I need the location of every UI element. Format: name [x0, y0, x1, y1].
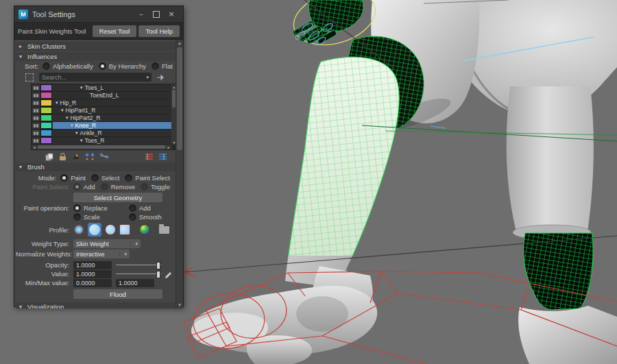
normalize-weights-dropdown[interactable]: Interactive ▾ [73, 250, 130, 258]
flood-button[interactable]: Flood [73, 289, 162, 299]
influence-list[interactable]: ▾Toes_L ToesEnd_L ▾Hip_R ▾HipPart1_R [31, 84, 178, 150]
expand-arrow-icon[interactable]: ▾ [19, 304, 27, 308]
filter-icon[interactable] [156, 74, 165, 81]
radio-mode-select[interactable] [91, 174, 99, 182]
collapse-arrow-icon[interactable]: ▸ [19, 43, 27, 49]
radio-op-scale[interactable] [73, 213, 81, 221]
brush-profile-soft-icon[interactable] [73, 224, 84, 235]
tool-help-button[interactable]: Tool Help [138, 25, 180, 37]
scroll-right-icon[interactable]: ▸ [166, 145, 171, 149]
radio-label[interactable]: Select [101, 174, 119, 182]
row-lock-icon[interactable] [32, 85, 40, 90]
marquee-select-icon[interactable] [25, 73, 34, 82]
browse-profile-folder-icon[interactable] [159, 226, 169, 234]
value-field[interactable]: 1.0000 [73, 270, 112, 278]
tree-expand-icon[interactable]: ▾ [66, 115, 69, 121]
brush-profile-solid-selected[interactable] [88, 223, 101, 236]
pencil-icon[interactable] [164, 270, 172, 278]
radio-label[interactable]: Add [139, 204, 151, 212]
value-slider[interactable] [116, 270, 161, 278]
influence-row-selected[interactable]: ▾Knee_R [32, 122, 171, 130]
tree-expand-icon[interactable]: ▾ [80, 138, 83, 143]
radio-label[interactable]: Replace [84, 204, 123, 212]
row-lock-icon[interactable] [32, 100, 40, 106]
opacity-slider[interactable] [116, 261, 161, 269]
slider-handle[interactable] [156, 262, 160, 269]
scrollbar-thumb[interactable] [177, 47, 182, 150]
influence-row[interactable]: ▾Hip_R [32, 99, 171, 107]
search-input[interactable] [42, 74, 144, 81]
radio-sort-alphabetically[interactable] [43, 62, 50, 70]
weight-type-dropdown[interactable]: Skin Weight ▾ [73, 239, 141, 248]
brush-profile-square-icon[interactable] [119, 224, 130, 235]
joint-pair-icon[interactable] [85, 153, 95, 160]
joint-chain-icon[interactable] [99, 153, 109, 160]
influence-row[interactable]: ▾Ankle_R [32, 130, 171, 137]
influence-row[interactable]: ▾Toes_L [32, 84, 171, 92]
radio-mode-paint[interactable] [60, 174, 68, 182]
section-skin-clusters[interactable]: ▸ Skin Clusters [16, 42, 176, 51]
radio-label[interactable]: Flat [162, 62, 173, 70]
maximize-button[interactable] [149, 9, 164, 19]
section-visualization[interactable]: ▾ Visualization [16, 302, 176, 308]
row-lock-icon[interactable] [32, 130, 40, 136]
expand-arrow-icon[interactable]: ▾ [19, 164, 27, 170]
radio-op-add[interactable] [129, 204, 136, 212]
tree-expand-icon[interactable]: ▾ [80, 85, 83, 90]
expand-arrow-icon[interactable]: ▾ [19, 53, 27, 60]
slider-handle[interactable] [156, 271, 160, 278]
radio-label[interactable]: Smooth [139, 213, 162, 221]
radio-label[interactable]: Alphabetically [53, 62, 93, 70]
radio-sort-by-hierarchy[interactable] [99, 62, 106, 70]
list-horizontal-scrollbar[interactable]: ◂ ▸ [32, 145, 171, 149]
panel-scrollbar[interactable]: ▴ ▾ [176, 40, 183, 308]
influence-row[interactable]: ▾HipPart1_R [32, 107, 171, 114]
scrollbar-thumb[interactable] [38, 145, 165, 149]
radio-label[interactable]: By Hierarchy [109, 62, 146, 70]
radio-op-smooth[interactable] [129, 213, 136, 221]
row-lock-icon[interactable] [32, 93, 40, 98]
row-lock-icon[interactable] [32, 123, 40, 128]
radio-op-replace[interactable] [73, 204, 81, 212]
min-value-field[interactable]: 0.0000 [73, 279, 112, 287]
radio-mode-paint-select[interactable] [125, 174, 132, 182]
paint-weights-icon[interactable] [71, 153, 80, 160]
radio-sort-flat[interactable] [152, 62, 159, 70]
section-brush[interactable]: ▾ Brush [16, 162, 176, 171]
influence-row[interactable]: ▾HipPart2_R [32, 114, 171, 122]
copy-weights-icon[interactable] [45, 153, 54, 161]
scroll-down-icon[interactable]: ▾ [176, 302, 183, 308]
lock-weights-icon[interactable] [59, 153, 66, 161]
radio-label[interactable]: Paint Select [135, 174, 170, 182]
search-dropdown-icon[interactable]: ▾ [146, 75, 149, 80]
ramp-icon-blue[interactable] [158, 153, 167, 160]
scroll-up-icon[interactable]: ▴ [176, 40, 183, 47]
radio-label[interactable]: Paint [71, 174, 86, 182]
row-lock-icon[interactable] [32, 108, 40, 113]
influence-row[interactable]: ▾Toes_R [32, 137, 171, 145]
minimize-button[interactable]: – [134, 9, 149, 19]
ramp-icon-red[interactable] [145, 153, 154, 160]
tree-expand-icon[interactable]: ▾ [61, 108, 64, 113]
select-geometry-button[interactable]: Select Geometry [73, 193, 162, 202]
weight-type-row: Weight Type: Skin Weight ▾ [16, 239, 176, 248]
reset-tool-button[interactable]: Reset Tool [93, 25, 137, 37]
tree-expand-icon[interactable]: ▾ [56, 100, 58, 106]
radio-label[interactable]: Scale [84, 213, 123, 221]
mode-row: Mode: Paint Select Paint Select [16, 174, 176, 182]
max-value-field[interactable]: 1.0000 [116, 279, 154, 287]
row-lock-icon[interactable] [32, 138, 40, 143]
search-field[interactable]: ▾ [39, 73, 152, 82]
row-lock-icon[interactable] [32, 115, 40, 121]
close-button[interactable]: × [164, 9, 179, 19]
tree-expand-icon[interactable]: ▾ [75, 130, 78, 136]
brush-profile-image-icon[interactable] [139, 224, 150, 235]
opacity-field[interactable]: 1.0000 [73, 261, 112, 269]
scroll-left-icon[interactable]: ◂ [32, 145, 37, 149]
brush-profile-hard-icon[interactable] [105, 224, 116, 235]
paint-operation-label: Paint operation: [16, 204, 69, 212]
tree-expand-icon[interactable]: ▾ [71, 123, 73, 128]
section-influences[interactable]: ▾ Influences [16, 52, 176, 61]
window-titlebar[interactable]: M Tool Settings – × [14, 6, 183, 23]
influence-row[interactable]: ToesEnd_L [32, 92, 171, 99]
